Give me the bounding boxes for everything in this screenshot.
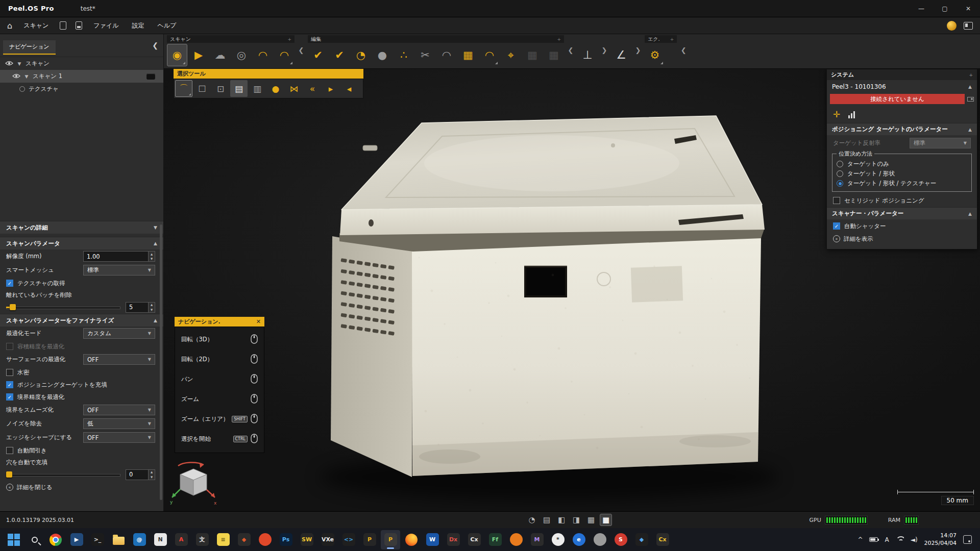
fill-targets-checkbox[interactable]	[6, 381, 13, 388]
cx-yellow-app-icon[interactable]: Cx	[653, 530, 672, 549]
left-panel-scrollbar[interactable]	[160, 224, 162, 500]
texture-checkbox[interactable]	[6, 280, 13, 287]
search-button[interactable]	[25, 530, 44, 549]
radio-targets-only[interactable]: ターゲットのみ	[837, 159, 967, 169]
navigation-panel-header[interactable]: ナビゲーション. ✕	[175, 317, 264, 327]
flatten-tool[interactable]: ◠	[436, 44, 457, 66]
smooth-view-icon[interactable]: ◧	[555, 514, 568, 526]
next-selection-button[interactable]: ▸	[322, 80, 339, 97]
orange-orb-app-icon[interactable]	[506, 530, 526, 549]
axis-tripod-tool[interactable]: ⊥	[577, 43, 598, 66]
tree-item[interactable]: ▼スキャン	[0, 57, 163, 70]
tab-navigation[interactable]: ナビゲーション	[3, 40, 56, 55]
semirigid-checkbox[interactable]	[833, 197, 840, 204]
battery-icon[interactable]	[869, 537, 878, 542]
toolbar-overflow-chevron[interactable]: ❮	[567, 46, 574, 54]
histogram-icon[interactable]	[848, 111, 855, 118]
optimize-surface-tool[interactable]: ◠	[479, 44, 500, 66]
fill-boundary-tool[interactable]: ✔	[329, 44, 350, 66]
wifi-icon[interactable]	[896, 536, 904, 543]
close-button[interactable]: ✕	[957, 0, 980, 17]
surface-send-tool[interactable]: ◠	[274, 44, 295, 66]
code-app-icon[interactable]: <>	[339, 530, 358, 549]
visible-layers-toggle[interactable]: ▤	[230, 80, 248, 97]
gray-orb-app-icon[interactable]	[590, 530, 609, 549]
mesh-sphere-tool[interactable]: ◎	[231, 44, 252, 66]
section-positioning-params[interactable]: ポジショニング ターゲットのパラメーター ▲	[827, 123, 977, 135]
fill-holes-input[interactable]: 0 ▲▼	[126, 469, 155, 480]
peel-app-active-icon[interactable]: P	[381, 530, 400, 549]
decimate-checkbox[interactable]	[6, 447, 13, 454]
peel-app-icon[interactable]: P	[360, 530, 379, 549]
ime-language-indicator[interactable]: A	[885, 536, 889, 543]
shutter-app-icon[interactable]: *	[548, 530, 568, 549]
section-scanner-params[interactable]: スキャナー・パラメーター ▲	[827, 207, 977, 219]
fill-holes-slider[interactable]	[6, 471, 120, 478]
word-icon[interactable]: W	[423, 530, 442, 549]
menu-help[interactable]: ヘルプ	[155, 20, 178, 32]
edge-icon[interactable]: e	[569, 530, 589, 549]
align-origin-tool[interactable]: ⌖	[501, 44, 521, 66]
minimize-button[interactable]: —	[910, 0, 933, 17]
mail-icon[interactable]: @	[130, 530, 149, 549]
new-document-icon[interactable]	[60, 21, 66, 30]
feedback-panel-icon[interactable]	[964, 22, 973, 30]
resample-tool[interactable]: ▦	[458, 44, 478, 66]
close-icon[interactable]: ✕	[256, 318, 261, 325]
trim-tool[interactable]: ✂	[415, 44, 435, 66]
radio-targets-geometry-texture[interactable]: ターゲット / 形状 / テクスチャー	[837, 179, 967, 188]
panel-collapse-icon[interactable]: ❮	[152, 41, 158, 49]
dx-app-icon[interactable]: Dx	[444, 530, 463, 549]
visibility-eye-icon[interactable]	[12, 73, 20, 80]
kanji-app-icon[interactable]: 文	[192, 530, 212, 549]
firefox-icon[interactable]	[402, 530, 421, 549]
human-scale-icon[interactable]: ◔	[526, 514, 538, 526]
sticky-notes-icon[interactable]: ≡	[213, 530, 233, 549]
toolbar-overflow-chevron[interactable]: ❮	[298, 46, 305, 54]
radio-icon[interactable]	[837, 170, 843, 177]
volume-icon[interactable]: ◄)	[911, 536, 918, 543]
viewport-3d[interactable]: 選択ツール ⌒☐⊡▤▥●⋈«▸◂ ナビゲーション. ✕ 回転（3D）回転（2D）…	[164, 69, 980, 511]
matrix-apply-tool[interactable]: ▦	[544, 44, 564, 66]
chevron-down-icon[interactable]: ▼	[17, 61, 22, 66]
fill-holes-tool[interactable]: ✔	[308, 44, 328, 66]
matrix-transform-tool[interactable]: ▦	[522, 44, 543, 66]
export-tool[interactable]: ⚙	[645, 44, 665, 66]
boundary-checkbox[interactable]	[6, 393, 13, 400]
smartmesh-dropdown[interactable]: 標準▼	[83, 265, 155, 276]
invert-selection-button[interactable]: ⋈	[285, 80, 303, 97]
menu-scan[interactable]: スキャン	[21, 20, 51, 32]
paint-app-icon[interactable]: ◆	[234, 530, 254, 549]
texture-toggle-icon[interactable]	[19, 86, 25, 92]
solid-view-icon[interactable]: ■	[600, 514, 612, 526]
toolbar-overflow-chevron[interactable]: ❯	[634, 46, 642, 54]
save-document-icon[interactable]	[76, 21, 82, 30]
device-row[interactable]: Peel3 - 10101306 ▲	[827, 80, 977, 93]
photoshop-icon[interactable]: Ps	[276, 530, 296, 549]
radio-icon[interactable]	[837, 180, 843, 187]
watertight-checkbox[interactable]	[6, 369, 13, 376]
resolution-input[interactable]: 1.00 ▲▼	[83, 251, 155, 262]
defeature-tool[interactable]: ●	[372, 44, 393, 66]
section-scan-params[interactable]: スキャンパラメータ▲	[0, 237, 163, 249]
solidworks-icon[interactable]: SW	[297, 530, 316, 549]
ff-app-icon[interactable]: Ff	[485, 530, 505, 549]
section-finalize[interactable]: スキャンパラメーターをファイナライズ▲	[0, 314, 163, 327]
pin-icon[interactable]: +	[670, 37, 674, 42]
pick-select-tool[interactable]: ⊡	[212, 80, 229, 97]
toolbar-overflow-chevron[interactable]: ❮	[680, 46, 687, 54]
patch-input[interactable]: 5 ▲▼	[126, 302, 155, 313]
menu-file[interactable]: ファイル	[91, 20, 120, 32]
noise-dropdown[interactable]: 低▼	[83, 418, 155, 429]
angle-measure-tool[interactable]: ∠	[611, 43, 631, 66]
tray-overflow-chevron-icon[interactable]: ^	[857, 536, 863, 543]
pin-icon[interactable]: +	[557, 37, 561, 42]
remove-spikes-tool[interactable]: ◔	[351, 44, 371, 66]
target-fill-tool[interactable]: ∴	[394, 44, 414, 66]
previous-selection-button[interactable]: «	[304, 80, 321, 97]
menu-settings[interactable]: 設定	[130, 20, 146, 32]
selection-toolbar-header[interactable]: 選択ツール	[174, 69, 363, 79]
copilot-icon[interactable]: ◆	[632, 530, 651, 549]
smooth-dropdown[interactable]: OFF▼	[83, 405, 155, 415]
home-icon[interactable]: ⌂	[7, 21, 12, 31]
